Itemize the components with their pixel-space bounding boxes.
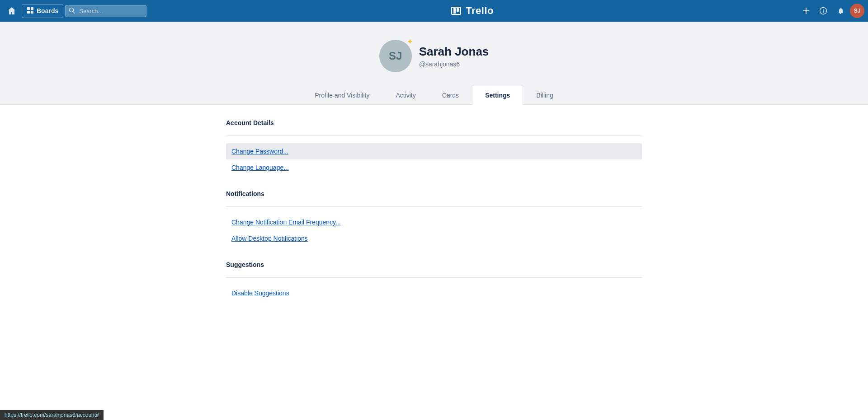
info-button[interactable] [816, 4, 831, 18]
tab-cards[interactable]: Cards [429, 86, 472, 104]
trello-logo-icon [451, 7, 461, 15]
add-button[interactable] [798, 4, 814, 18]
change-notification-email-link[interactable]: Change Notification Email Frequency... [226, 214, 642, 230]
suggestions-divider [226, 277, 642, 278]
boards-button[interactable]: Boards [22, 4, 63, 18]
notifications-section: Notifications Change Notification Email … [226, 190, 642, 247]
search-input[interactable] [65, 5, 146, 17]
nav-center: Trello [148, 5, 797, 17]
main-content: SJ ✦ Sarah Jonas @sarahjonas6 Profile an… [0, 0, 868, 420]
avatar-star: ✦ [407, 38, 413, 45]
suggestions-section: Suggestions Disable Suggestions [226, 261, 642, 301]
svg-rect-1 [31, 7, 33, 10]
allow-desktop-notifications-link[interactable]: Allow Desktop Notifications [226, 230, 642, 247]
account-details-title: Account Details [226, 119, 642, 130]
status-url: https://trello.com/sarahjonas6/account# [5, 412, 99, 418]
change-password-link[interactable]: Change Password... [226, 143, 642, 159]
tab-billing[interactable]: Billing [523, 86, 566, 104]
svg-rect-3 [31, 11, 33, 14]
navbar: Boards Trello [0, 0, 868, 22]
trello-logo: Trello [451, 5, 494, 17]
profile-avatar: SJ ✦ [379, 40, 412, 72]
disable-suggestions-link[interactable]: Disable Suggestions [226, 285, 642, 301]
notifications-divider [226, 206, 642, 207]
svg-rect-7 [803, 10, 809, 11]
settings-content: Account Details Change Password... Chang… [0, 105, 868, 420]
settings-inner: Account Details Change Password... Chang… [217, 119, 651, 301]
avatar-initials: SJ [389, 50, 402, 62]
trello-wordmark: Trello [466, 5, 494, 17]
boards-icon [27, 7, 34, 15]
notifications-button[interactable] [833, 4, 848, 18]
change-language-link[interactable]: Change Language... [226, 159, 642, 176]
profile-username: @sarahjonas6 [419, 61, 489, 68]
home-button[interactable] [4, 4, 20, 18]
profile-name-area: Sarah Jonas @sarahjonas6 [419, 45, 489, 68]
suggestions-title: Suggestions [226, 261, 642, 272]
tab-profile[interactable]: Profile and Visibility [302, 86, 382, 104]
account-details-section: Account Details Change Password... Chang… [226, 119, 642, 176]
tab-settings[interactable]: Settings [472, 86, 523, 105]
nav-right: SJ [798, 4, 864, 18]
search-wrapper [65, 5, 146, 17]
profile-header: SJ ✦ Sarah Jonas @sarahjonas6 [0, 22, 868, 86]
tabs-bar: Profile and Visibility Activity Cards Se… [0, 86, 868, 105]
svg-rect-0 [27, 7, 30, 10]
user-avatar-nav[interactable]: SJ [850, 4, 864, 18]
boards-label: Boards [37, 7, 58, 14]
svg-point-10 [823, 9, 824, 10]
account-details-divider [226, 135, 642, 136]
status-bar: https://trello.com/sarahjonas6/account# [0, 410, 104, 420]
notifications-title: Notifications [226, 190, 642, 201]
profile-full-name: Sarah Jonas [419, 45, 489, 59]
tab-activity[interactable]: Activity [382, 86, 429, 104]
svg-rect-2 [27, 11, 30, 14]
